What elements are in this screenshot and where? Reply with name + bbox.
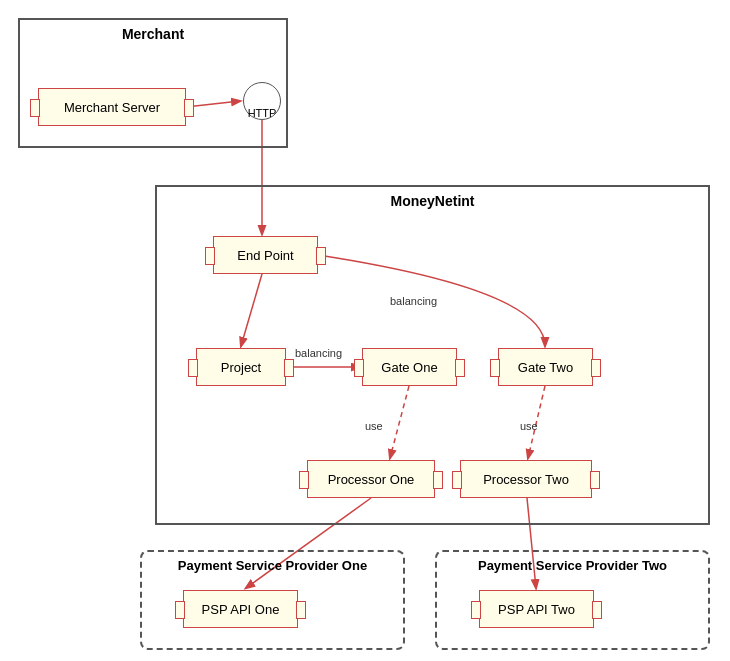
endpoint-label: End Point: [237, 248, 293, 263]
psp-api-one-label: PSP API One: [202, 602, 280, 617]
moneynetint-label: MoneyNetint: [391, 193, 475, 209]
merchant-server-label: Merchant Server: [64, 100, 160, 115]
psp-one-label: Payment Service Provider One: [178, 558, 367, 573]
gate-two-label: Gate Two: [518, 360, 573, 375]
processor-two-node: Processor Two: [460, 460, 592, 498]
endpoint-node: End Point: [213, 236, 318, 274]
gate-one-label: Gate One: [381, 360, 437, 375]
project-label: Project: [221, 360, 261, 375]
gate-two-node: Gate Two: [498, 348, 593, 386]
gate-one-node: Gate One: [362, 348, 457, 386]
merchant-server-node: Merchant Server: [38, 88, 186, 126]
psp-api-one-node: PSP API One: [183, 590, 298, 628]
psp-two-label: Payment Service Provider Two: [478, 558, 667, 573]
processor-one-node: Processor One: [307, 460, 435, 498]
http-node: HTTP: [243, 82, 281, 120]
processor-two-label: Processor Two: [483, 472, 569, 487]
http-label: HTTP: [248, 107, 277, 119]
psp-api-two-node: PSP API Two: [479, 590, 594, 628]
diagram: balancing balancing use use Merchant Mon…: [0, 0, 730, 661]
processor-one-label: Processor One: [328, 472, 415, 487]
merchant-container: Merchant: [18, 18, 288, 148]
merchant-label: Merchant: [122, 26, 184, 42]
project-node: Project: [196, 348, 286, 386]
psp-api-two-label: PSP API Two: [498, 602, 575, 617]
